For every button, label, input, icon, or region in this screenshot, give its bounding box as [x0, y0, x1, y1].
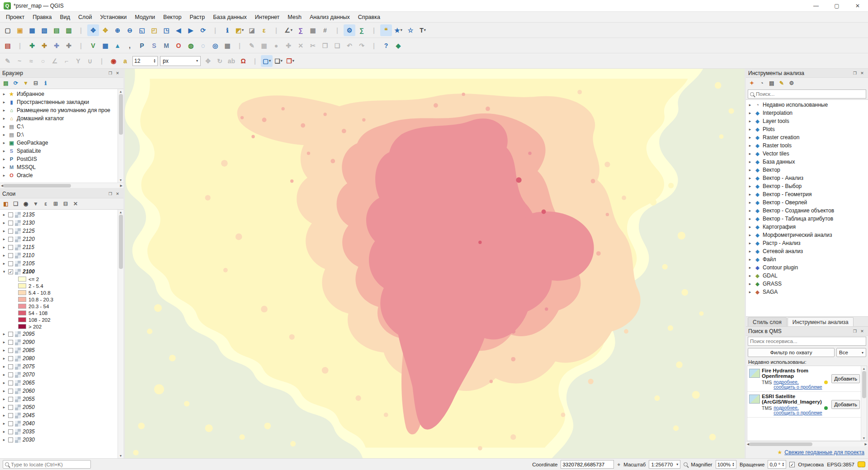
add-postgis-layer[interactable]: P	[136, 40, 148, 52]
add-group-icon[interactable]: ❏	[11, 199, 20, 208]
new-geopackage-layer[interactable]: ✚	[26, 40, 38, 52]
pan-to-selection[interactable]: ✥	[99, 24, 111, 36]
menu-item[interactable]: Установки	[96, 13, 131, 22]
expand-arrow-icon[interactable]: ▸	[748, 273, 752, 278]
menu-item[interactable]: База данных	[209, 13, 250, 22]
options-icon[interactable]: ⚙	[787, 79, 796, 88]
browser-tree-item[interactable]: ▸ P PostGIS	[0, 155, 118, 163]
collapse-arrow-icon[interactable]: ▾	[2, 269, 6, 274]
expand-arrow-icon[interactable]: ▸	[2, 332, 6, 336]
expand-arrow-icon[interactable]: ▸	[2, 372, 6, 377]
help-contents[interactable]: ?	[380, 40, 392, 52]
field-calculator[interactable]: #	[319, 24, 331, 36]
open-project[interactable]: ▣	[14, 24, 26, 36]
scroll-up-icon[interactable]: ▲	[119, 210, 123, 215]
float-panel-icon[interactable]: ❐	[107, 70, 114, 76]
add-wms-layer[interactable]: ◍	[185, 40, 197, 52]
layer-row[interactable]: ▸ 2085	[0, 346, 118, 354]
layer-labeling[interactable]: ◉	[108, 55, 119, 67]
toolbox-group-row[interactable]: ▸ ◈ SAGA	[746, 288, 868, 296]
scroll-right-icon[interactable]: ▶	[865, 442, 867, 446]
separator[interactable]: |	[209, 24, 221, 36]
add-arcgis-layer[interactable]: ◎	[209, 40, 221, 52]
layer-checkbox[interactable]	[8, 229, 13, 234]
attribute-table[interactable]: ▦	[307, 24, 319, 36]
qms-horizontal-scrollbar[interactable]: ◀ ▶	[746, 441, 868, 446]
expand-arrow-icon[interactable]: ▸	[2, 165, 6, 169]
show-bookmarks[interactable]: ☆	[405, 24, 416, 36]
menu-item[interactable]: Правка	[28, 13, 56, 22]
add-mssql-layer[interactable]: M	[160, 40, 172, 52]
toolbox-group-row[interactable]: ▸ ◈ Вектор - Оверлей	[746, 198, 868, 207]
locate-search[interactable]	[3, 460, 91, 469]
expand-arrow-icon[interactable]: ▸	[2, 221, 6, 225]
copy-style[interactable]: ❐ ▾	[284, 55, 296, 67]
layer-checkbox[interactable]	[8, 348, 13, 353]
scope-combo[interactable]: Все ▾	[836, 348, 866, 357]
layer-row[interactable]: ▸ 2120	[0, 235, 118, 243]
change-label[interactable]: ab	[226, 55, 237, 67]
layer-checkbox[interactable]	[8, 437, 13, 442]
remove-layer-icon[interactable]: ✕	[71, 199, 80, 208]
map-canvas[interactable]	[125, 69, 745, 458]
toolbox-group-row[interactable]: ▸ ◈ Морфометрический анализ	[746, 231, 868, 239]
zoom-in[interactable]: ⊕	[112, 24, 123, 36]
zoom-to-layer[interactable]: ◳	[160, 24, 172, 36]
toolbox-group-row[interactable]: ▸ ◈ Вектор - Создание объектов	[746, 207, 868, 215]
expand-arrow-icon[interactable]: ▸	[2, 413, 6, 418]
expand-arrow-icon[interactable]: ▸	[2, 100, 6, 104]
separator[interactable]: |	[249, 55, 261, 67]
toolbox-group-row[interactable]: ▸ ◈ Raster tools	[746, 141, 868, 150]
expand-arrow-icon[interactable]: ▸	[2, 141, 6, 145]
menu-item[interactable]: Проект	[2, 13, 28, 22]
expand-arrow-icon[interactable]: ▸	[2, 437, 6, 442]
layer-checkbox[interactable]	[8, 261, 13, 266]
expand-arrow-icon[interactable]: ▸	[2, 173, 6, 178]
expand-arrow-icon[interactable]: ▸	[748, 103, 752, 107]
cut-features[interactable]: ✂	[307, 40, 319, 52]
close-button[interactable]: ✕	[847, 0, 868, 11]
rotation-spinner[interactable]: 0,0 ° ▲▼	[768, 460, 786, 469]
layer-checkbox[interactable]	[8, 221, 13, 226]
new-shapefile-layer[interactable]: ✚	[38, 40, 50, 52]
refresh-icon[interactable]: ⟳	[11, 79, 20, 88]
expand-arrow-icon[interactable]: ▸	[748, 208, 752, 213]
processing-toolbox[interactable]: ⚙	[344, 24, 355, 36]
expand-arrow-icon[interactable]: ▸	[748, 233, 752, 237]
add-selected-layers-icon[interactable]: ▤	[1, 79, 10, 88]
layers-vertical-scrollbar[interactable]: ▲ ▼	[118, 210, 123, 458]
layer-row[interactable]: ▸ 2080	[0, 354, 118, 362]
layer-diagram[interactable]: a	[119, 55, 131, 67]
browser-tree-item[interactable]: ▸ O Oracle	[0, 171, 118, 179]
add-oracle-layer[interactable]: O	[173, 40, 184, 52]
expand-arrow-icon[interactable]: ▸	[748, 160, 752, 164]
expand-arrow-icon[interactable]: ▸	[748, 176, 752, 180]
zoom-next[interactable]: ▶	[185, 24, 197, 36]
pan-map[interactable]: ✥	[87, 24, 99, 36]
browser-tree-item[interactable]: ▸ M MSSQL	[0, 163, 118, 171]
separator[interactable]: |	[368, 24, 380, 36]
expand-arrow-icon[interactable]: ▸	[748, 200, 752, 205]
rotate-label[interactable]: ↻	[214, 55, 226, 67]
pin-labels[interactable]: ✥	[202, 55, 214, 67]
add-service-button[interactable]: Добавить	[831, 374, 860, 383]
menu-item[interactable]: Справка	[354, 13, 384, 22]
expand-arrow-icon[interactable]: ▸	[748, 249, 752, 254]
browser-tree-item[interactable]: ▸ ▤ D:\	[0, 131, 118, 139]
expand-arrow-icon[interactable]: ▸	[2, 356, 6, 361]
layer-row[interactable]: ▸ 2090	[0, 338, 118, 346]
toolbox-group-row[interactable]: ▸ ◈ База данных	[746, 158, 868, 166]
qms-vertical-scrollbar[interactable]: ▲ ▼	[861, 366, 867, 441]
expand-arrow-icon[interactable]: ▸	[2, 381, 6, 385]
properties-icon[interactable]: ℹ	[41, 79, 50, 88]
scroll-up-icon[interactable]: ▲	[119, 89, 123, 94]
close-panel-icon[interactable]: ✕	[114, 70, 121, 76]
layer-row[interactable]: ▸ 2105	[0, 259, 118, 268]
collapse-all-icon[interactable]: ⊟	[61, 199, 70, 208]
maximize-button[interactable]: ▢	[826, 0, 847, 11]
statistical-summary[interactable]: ∑	[295, 24, 307, 36]
layer-row[interactable]: ▸ 2035	[0, 428, 118, 436]
float-panel-icon[interactable]: ❐	[851, 70, 859, 76]
expand-arrow-icon[interactable]: ▸	[748, 135, 752, 140]
paste-features[interactable]: ❏	[331, 40, 343, 52]
